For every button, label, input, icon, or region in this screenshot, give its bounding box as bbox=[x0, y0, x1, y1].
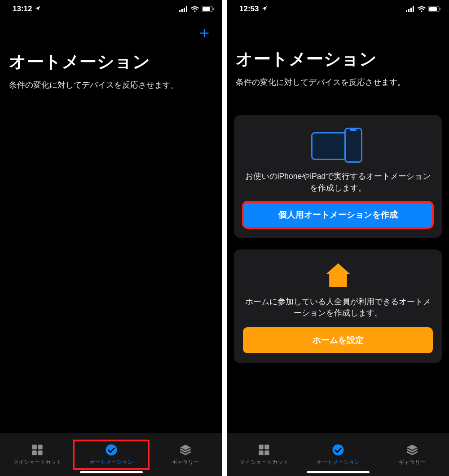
tab-label: オートメーション bbox=[90, 458, 133, 466]
tab-automation[interactable]: オートメーション bbox=[301, 441, 374, 468]
card-description: お使いのiPhoneやiPadで実行するオートメーションを作成します。 bbox=[243, 171, 433, 194]
svg-rect-7 bbox=[32, 445, 37, 449]
page-subtitle: 条件の変化に対してデバイスを反応させます。 bbox=[236, 77, 440, 88]
setup-home-button[interactable]: ホームを設定 bbox=[243, 327, 433, 353]
phone-left: 13:12 ＋ オートメーション 条件の変化に対してデバイスを反応させます。 bbox=[0, 0, 222, 476]
wifi-icon bbox=[418, 6, 426, 12]
svg-rect-2 bbox=[184, 8, 185, 12]
svg-rect-19 bbox=[259, 445, 264, 449]
svg-rect-0 bbox=[179, 10, 180, 12]
home-indicator[interactable] bbox=[80, 471, 143, 473]
svg-rect-15 bbox=[413, 6, 414, 12]
svg-rect-3 bbox=[186, 6, 187, 12]
battery-icon bbox=[202, 6, 214, 12]
svg-rect-17 bbox=[429, 7, 437, 11]
add-button[interactable]: ＋ bbox=[196, 24, 212, 40]
status-bar: 12:53 bbox=[227, 0, 449, 15]
svg-point-23 bbox=[332, 445, 343, 456]
tab-label: マイショートカット bbox=[240, 458, 288, 466]
tab-bar: マイショートカット オートメーション ギャラリー bbox=[227, 433, 449, 476]
svg-rect-9 bbox=[32, 450, 37, 455]
svg-rect-22 bbox=[264, 450, 269, 455]
devices-icon bbox=[311, 128, 365, 163]
svg-rect-5 bbox=[202, 7, 210, 11]
svg-point-11 bbox=[106, 445, 117, 456]
grid-icon bbox=[31, 443, 44, 457]
grid-icon bbox=[258, 443, 270, 457]
tab-label: ギャラリー bbox=[172, 458, 199, 466]
create-personal-automation-button[interactable]: 個人用オートメーションを作成 bbox=[243, 202, 433, 228]
clock: 12:53 bbox=[239, 4, 259, 13]
card-description: ホームに参加している人全員が利用できるオートメーションを作成します。 bbox=[243, 296, 433, 319]
tab-label: マイショートカット bbox=[13, 458, 62, 466]
clock-check-icon bbox=[105, 443, 118, 457]
stack-icon bbox=[179, 443, 192, 457]
tab-gallery[interactable]: ギャラリー bbox=[149, 441, 222, 468]
svg-rect-14 bbox=[410, 8, 412, 12]
wifi-icon bbox=[191, 6, 199, 12]
status-bar: 13:12 bbox=[0, 0, 222, 15]
cellular-icon bbox=[406, 6, 415, 12]
phone-right: 12:53 オートメーション 条件の変化に対してデバイスを反応させます。 bbox=[227, 0, 449, 476]
tab-label: オートメーション bbox=[317, 458, 360, 466]
svg-rect-8 bbox=[38, 445, 43, 449]
location-icon bbox=[261, 5, 268, 13]
svg-rect-1 bbox=[181, 9, 183, 12]
location-icon bbox=[35, 5, 41, 13]
clock-check-icon bbox=[331, 443, 345, 457]
cellular-icon bbox=[179, 6, 188, 12]
home-icon bbox=[324, 262, 352, 288]
battery-icon bbox=[428, 6, 441, 12]
svg-rect-18 bbox=[440, 8, 440, 10]
page-subtitle: 条件の変化に対してデバイスを反応させます。 bbox=[9, 80, 213, 91]
personal-automation-card: お使いのiPhoneやiPadで実行するオートメーションを作成します。 個人用オ… bbox=[234, 115, 442, 238]
home-automation-card: ホームに参加している人全員が利用できるオートメーションを作成します。 ホームを設… bbox=[234, 249, 442, 363]
tab-label: ギャラリー bbox=[399, 458, 426, 466]
clock: 13:12 bbox=[13, 4, 32, 13]
tab-shortcuts[interactable]: マイショートカット bbox=[227, 441, 300, 468]
tab-automation[interactable]: オートメーション bbox=[75, 441, 148, 468]
svg-rect-13 bbox=[408, 9, 409, 12]
svg-rect-20 bbox=[264, 445, 269, 449]
page-title: オートメーション bbox=[236, 48, 440, 71]
svg-rect-21 bbox=[259, 450, 264, 455]
svg-rect-12 bbox=[406, 10, 407, 12]
stack-icon bbox=[406, 443, 418, 457]
svg-rect-6 bbox=[213, 8, 214, 10]
svg-rect-10 bbox=[38, 450, 43, 455]
tab-shortcuts[interactable]: マイショートカット bbox=[0, 441, 74, 468]
page-title: オートメーション bbox=[9, 50, 213, 73]
tab-gallery[interactable]: ギャラリー bbox=[375, 441, 449, 468]
tab-bar: マイショートカット オートメーション ギャラリー bbox=[0, 433, 222, 476]
home-indicator[interactable] bbox=[307, 471, 370, 473]
